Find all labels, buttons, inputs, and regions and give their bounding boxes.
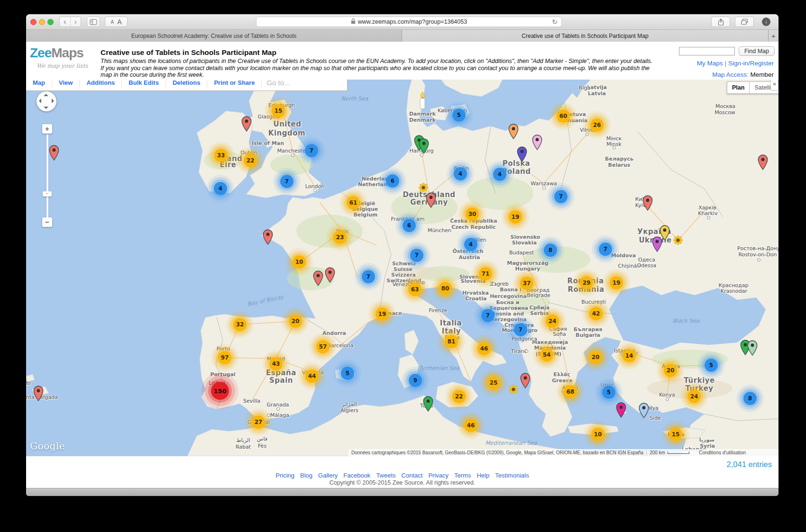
zeemaps-logo[interactable]: ZeeMaps [30,45,83,61]
cluster-marker[interactable]: 4 [493,168,506,181]
cluster-marker[interactable]: 7 [514,323,527,336]
cluster-marker[interactable]: 10 [293,255,306,269]
pin-red[interactable] [33,386,44,401]
cluster-marker[interactable]: 57 [316,340,330,353]
cluster-marker[interactable]: 97 [218,351,231,364]
pin-red[interactable] [49,145,59,161]
cluster-marker[interactable]: 37 [520,277,533,290]
cluster-marker[interactable]: 54 [540,348,553,361]
cluster-marker[interactable]: 20 [289,315,302,328]
font-size-buttons[interactable]: AA [105,17,128,27]
close-window-button[interactable] [30,19,37,25]
cluster-marker[interactable]: 4 [454,167,467,180]
cluster-marker[interactable]: 5 [341,367,354,380]
cluster-marker[interactable]: 20 [589,351,602,364]
footer-link-facebook[interactable]: Facebook [343,472,370,479]
tab-participant-map[interactable]: Creative use of Tablets in Schools Parti… [402,30,769,42]
tab-schoolnet-academy[interactable]: European Schoolnet Academy: Creative use… [26,30,402,42]
cluster-marker[interactable]: 22 [452,390,466,403]
pin-red[interactable] [426,192,436,208]
cluster-marker[interactable]: 23 [333,231,347,244]
zoom-slider-handle[interactable]: − [43,191,52,197]
cluster-marker[interactable]: 14 [623,349,636,362]
pan-left-icon[interactable] [39,99,41,103]
cluster-marker[interactable]: 81 [445,335,458,348]
cluster-marker[interactable]: 25 [487,376,500,389]
cluster-marker[interactable]: 4 [464,238,477,251]
cluster-marker[interactable]: 27 [252,415,265,429]
cluster-marker[interactable]: 24 [687,390,701,403]
new-tab-button[interactable]: + [769,30,779,42]
pin-red[interactable] [642,195,653,211]
footer-link-terms[interactable]: Terms [454,472,471,479]
map-canvas[interactable]: North SeaBay of BiscayTyrrhenian SeaMedi… [26,75,779,456]
find-map-input[interactable] [679,47,735,55]
cluster-marker[interactable]: 15 [272,104,285,117]
cluster-marker[interactable]: 15 [669,428,682,441]
pin-red[interactable] [313,271,323,286]
cluster-marker[interactable]: 32 [233,318,247,331]
cluster-marker[interactable]: 19 [376,307,389,321]
collapse-panel-button[interactable]: « [771,79,778,90]
cluster-marker[interactable]: 8 [743,392,757,405]
cluster-marker[interactable]: 20 [664,364,677,377]
cluster-marker[interactable]: 63 [408,283,421,296]
pin-pink[interactable] [532,135,542,150]
cluster-marker[interactable]: 5 [705,359,718,372]
cluster-marker[interactable]: 68 [564,385,577,398]
pin-light_blue[interactable] [639,403,649,418]
tab-overview-button[interactable] [735,17,754,27]
cluster-marker[interactable]: 29 [580,276,593,289]
cluster-marker[interactable]: 7 [280,175,293,188]
map-type-plan-button[interactable]: Plan [727,81,749,94]
zoom-out-button[interactable]: − [42,217,52,227]
cluster-marker[interactable]: 46 [477,342,491,355]
cluster-marker[interactable]: 150 [211,382,229,400]
pin-magenta[interactable] [616,402,626,418]
reload-icon[interactable]: ↻ [552,18,558,26]
pin-red[interactable] [325,267,335,283]
pin-red[interactable] [241,116,252,132]
cluster-marker[interactable]: 42 [589,307,603,320]
pan-down-icon[interactable] [44,107,48,109]
footer-link-contact[interactable]: Contact [402,472,423,479]
goto-input[interactable] [262,79,347,87]
cluster-marker[interactable]: 61 [347,196,360,209]
cluster-marker[interactable]: 4 [214,182,227,195]
cluster-marker[interactable]: 7 [481,309,495,322]
cluster-marker[interactable]: 7 [599,243,612,256]
footer-link-tweets[interactable]: Tweets [376,472,395,479]
footer-link-testimonials[interactable]: Testimonials [495,472,529,479]
cluster-marker[interactable]: 5 [452,108,466,122]
zoom-in-button[interactable]: + [42,124,52,134]
minimize-window-button[interactable] [39,19,45,25]
find-map-button[interactable]: Find Map [739,46,775,56]
share-button[interactable] [711,17,730,27]
back-button[interactable]: ‹ [60,17,71,27]
signin-link[interactable]: Sign-in/Register [728,60,774,67]
footer-link-pricing[interactable]: Pricing [275,472,294,479]
cluster-marker[interactable]: 7 [362,270,375,283]
cluster-marker[interactable]: 44 [305,370,319,383]
zoom-slider-track[interactable] [46,135,48,218]
cluster-marker[interactable]: 7 [410,249,423,262]
cluster-marker[interactable]: 19 [509,210,522,224]
downloads-button[interactable]: ↓ [760,17,772,27]
cluster-marker[interactable]: 5 [602,386,615,399]
sunflower-marker-icon[interactable] [673,235,683,247]
pin-green[interactable] [419,138,429,154]
footer-link-privacy[interactable]: Privacy [428,472,449,479]
map-pan-control[interactable] [37,91,56,111]
forward-button[interactable]: › [71,17,81,27]
pin-blue_violet[interactable] [517,146,527,162]
pan-up-icon[interactable] [44,94,48,96]
cluster-marker[interactable]: 46 [464,419,477,432]
footer-link-gallery[interactable]: Gallery [318,472,338,479]
pin-green[interactable] [423,396,433,412]
cluster-marker[interactable]: 71 [479,267,492,280]
my-maps-link[interactable]: My Maps [697,60,723,67]
cluster-marker[interactable]: 9 [409,374,422,387]
cluster-marker[interactable]: 43 [269,357,283,370]
terms-link[interactable]: Conditions d'utilisation [699,450,746,455]
cluster-marker[interactable]: 26 [590,118,604,132]
